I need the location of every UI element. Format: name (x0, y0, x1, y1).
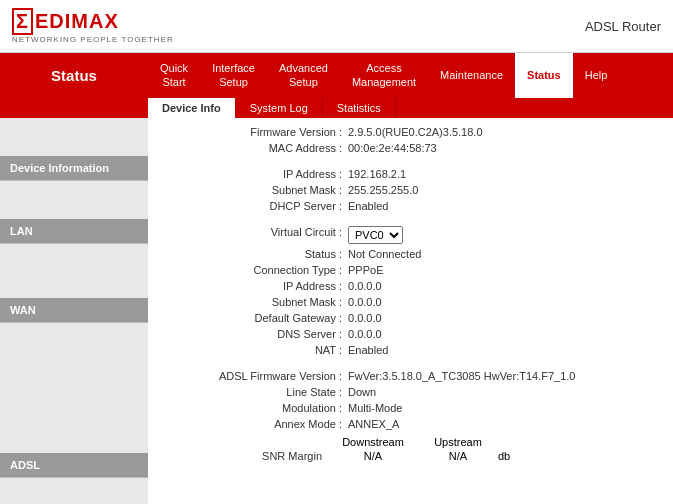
adsl-snr-label: SNR Margin (148, 450, 328, 462)
lan-ip-label: IP Address : (148, 168, 348, 180)
adsl-firmware-row: ADSL Firmware Version : FwVer:3.5.18.0_A… (148, 368, 673, 384)
wan-nat-row: NAT : Enabled (148, 342, 673, 358)
wan-vc-value: PVC0 PVC1 PVC2 (348, 226, 403, 244)
wan-conn-type-label: Connection Type : (148, 264, 348, 276)
lan-subnet-value: 255.255.255.0 (348, 184, 418, 196)
nav-advanced-setup[interactable]: Advanced Setup (267, 53, 340, 98)
sub-nav-spacer (0, 98, 148, 118)
wan-vc-row: Virtual Circuit : PVC0 PVC1 PVC2 (148, 224, 673, 246)
adsl-upstream-header: Upstream (418, 436, 498, 448)
page-title: ADSL Router (585, 19, 661, 34)
wan-vc-select[interactable]: PVC0 PVC1 PVC2 (348, 226, 403, 244)
wan-nat-value: Enabled (348, 344, 388, 356)
header: ΣEDIMAX NETWORKING PEOPLE TOGETHER ADSL … (0, 0, 673, 53)
wan-status-label: Status : (148, 248, 348, 260)
adsl-annex-label: Annex Mode : (148, 418, 348, 430)
adsl-table-header: Downstream Upstream (148, 436, 673, 448)
sub-nav: Device Info System Log Statistics (0, 98, 673, 118)
lan-ip-value: 192.168.2.1 (348, 168, 406, 180)
wan-nat-label: NAT : (148, 344, 348, 356)
adsl-snr-downstream: N/A (328, 450, 418, 462)
adsl-annex-row: Annex Mode : ANNEX_A (148, 416, 673, 432)
lan-subnet-row: Subnet Mask : 255.255.255.0 (148, 182, 673, 198)
logo-tagline: NETWORKING PEOPLE TOGETHER (12, 35, 174, 44)
wan-vc-label: Virtual Circuit : (148, 226, 348, 244)
nav-quick-start[interactable]: Quick Start (148, 53, 200, 98)
status-nav-label: Status (0, 53, 148, 98)
wan-subnet-value: 0.0.0.0 (348, 296, 382, 308)
lan-section: IP Address : 192.168.2.1 Subnet Mask : 2… (148, 162, 673, 220)
wan-gateway-label: Default Gateway : (148, 312, 348, 324)
nav-items: Quick Start Interface Setup Advanced Set… (148, 53, 673, 98)
wan-gateway-value: 0.0.0.0 (348, 312, 382, 324)
sidebar-adsl: ADSL (0, 453, 148, 478)
wan-section: Virtual Circuit : PVC0 PVC1 PVC2 Status … (148, 220, 673, 364)
adsl-snr-unit: db (498, 450, 510, 462)
adsl-line-state-label: Line State : (148, 386, 348, 398)
lan-dhcp-value: Enabled (348, 200, 388, 212)
wan-subnet-row: Subnet Mask : 0.0.0.0 (148, 294, 673, 310)
wan-status-row: Status : Not Connected (148, 246, 673, 262)
nav-status[interactable]: Status (515, 53, 573, 98)
lan-subnet-label: Subnet Mask : (148, 184, 348, 196)
nav-help[interactable]: Help (573, 53, 620, 98)
sub-nav-system-log[interactable]: System Log (236, 98, 323, 118)
wan-subnet-label: Subnet Mask : (148, 296, 348, 308)
content-area: Firmware Version : 2.9.5.0(RUE0.C2A)3.5.… (148, 118, 673, 504)
firmware-row: Firmware Version : 2.9.5.0(RUE0.C2A)3.5.… (148, 124, 673, 140)
wan-ip-row: IP Address : 0.0.0.0 (148, 278, 673, 294)
wan-dns-value: 0.0.0.0 (348, 328, 382, 340)
mac-label: MAC Address : (148, 142, 348, 154)
firmware-value: 2.9.5.0(RUE0.C2A)3.5.18.0 (348, 126, 483, 138)
adsl-annex-value: ANNEX_A (348, 418, 399, 430)
main-content: Device Information LAN WAN ADSL Firmware… (0, 118, 673, 504)
adsl-line-state-row: Line State : Down (148, 384, 673, 400)
nav-maintenance[interactable]: Maintenance (428, 53, 515, 98)
adsl-snr-upstream: N/A (418, 450, 498, 462)
lan-dhcp-row: DHCP Server : Enabled (148, 198, 673, 214)
sidebar-wan: WAN (0, 298, 148, 323)
wan-dns-label: DNS Server : (148, 328, 348, 340)
lan-ip-row: IP Address : 192.168.2.1 (148, 166, 673, 182)
firmware-label: Firmware Version : (148, 126, 348, 138)
wan-status-value: Not Connected (348, 248, 421, 260)
sidebar-lan: LAN (0, 219, 148, 244)
logo: ΣEDIMAX NETWORKING PEOPLE TOGETHER (12, 8, 174, 44)
mac-row: MAC Address : 00:0e:2e:44:58:73 (148, 140, 673, 156)
adsl-table-spacer (148, 436, 328, 448)
nav-interface-setup[interactable]: Interface Setup (200, 53, 267, 98)
nav-bar: Status Quick Start Interface Setup Advan… (0, 53, 673, 98)
adsl-modulation-value: Multi-Mode (348, 402, 402, 414)
wan-ip-value: 0.0.0.0 (348, 280, 382, 292)
adsl-snr-row: SNR Margin N/A N/A db (148, 450, 673, 462)
adsl-downstream-header: Downstream (328, 436, 418, 448)
device-info-section: Firmware Version : 2.9.5.0(RUE0.C2A)3.5.… (148, 118, 673, 162)
sub-nav-device-info[interactable]: Device Info (148, 98, 236, 118)
wan-ip-label: IP Address : (148, 280, 348, 292)
nav-access-management[interactable]: Access Management (340, 53, 428, 98)
adsl-firmware-label: ADSL Firmware Version : (148, 370, 348, 382)
adsl-modulation-label: Modulation : (148, 402, 348, 414)
sidebar: Device Information LAN WAN ADSL (0, 118, 148, 504)
sidebar-device-information: Device Information (0, 156, 148, 181)
sub-nav-statistics[interactable]: Statistics (323, 98, 396, 118)
wan-conn-type-row: Connection Type : PPPoE (148, 262, 673, 278)
wan-gateway-row: Default Gateway : 0.0.0.0 (148, 310, 673, 326)
lan-dhcp-label: DHCP Server : (148, 200, 348, 212)
wan-conn-type-value: PPPoE (348, 264, 383, 276)
mac-value: 00:0e:2e:44:58:73 (348, 142, 437, 154)
logo-text: ΣEDIMAX (12, 8, 174, 35)
adsl-modulation-row: Modulation : Multi-Mode (148, 400, 673, 416)
adsl-line-state-value: Down (348, 386, 376, 398)
adsl-section: ADSL Firmware Version : FwVer:3.5.18.0_A… (148, 364, 673, 468)
adsl-firmware-value: FwVer:3.5.18.0_A_TC3085 HwVer:T14.F7_1.0 (348, 370, 575, 382)
wan-dns-row: DNS Server : 0.0.0.0 (148, 326, 673, 342)
